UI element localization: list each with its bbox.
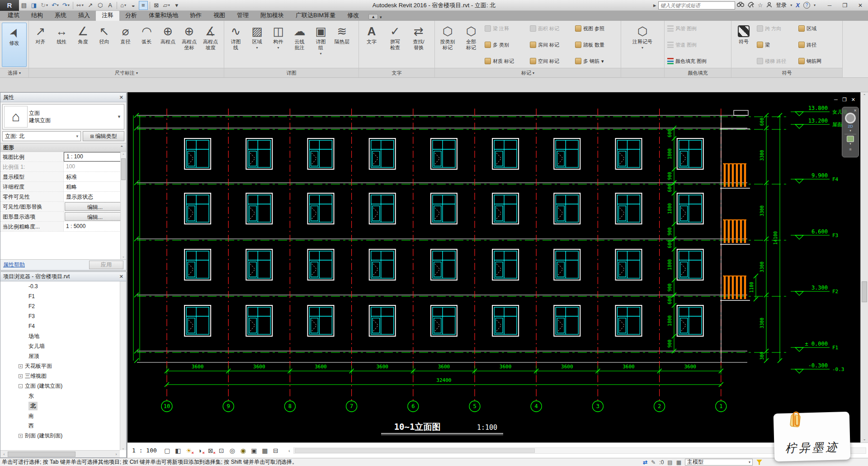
linear-dim-button[interactable]: ↔线性 — [51, 22, 72, 68]
diameter-dim-button[interactable]: ⌀直径 — [115, 22, 136, 68]
radial-dim-button[interactable]: ↖径向 — [94, 22, 115, 68]
canvas-vertical-scrollbar[interactable]: ⌃ ⌄ — [860, 92, 868, 442]
sign-in-button[interactable]: 登录 — [776, 1, 787, 9]
tag-by-category-button[interactable]: ⬡按类别标记 — [436, 22, 459, 68]
text-icon[interactable]: A — [106, 1, 115, 10]
open-icon[interactable]: ▤ — [19, 1, 28, 10]
detail-line-button[interactable]: ∿详图线 — [225, 22, 246, 68]
application-menu-button[interactable]: R — [0, 0, 19, 11]
aligned-dimension-icon[interactable]: ↗ — [86, 1, 95, 10]
active-design-option-dropdown[interactable]: 主模型▾ — [685, 459, 753, 466]
钢筋网-button[interactable]: 钢筋网 — [798, 56, 836, 67]
view-close-icon[interactable]: ✕ — [851, 97, 855, 103]
scroll-left-icon[interactable]: ‹ — [285, 448, 293, 453]
show-crop-icon[interactable]: ⊡ — [217, 446, 226, 456]
tree-item-F1[interactable]: F1 — [0, 291, 126, 301]
tab-分析[interactable]: 分析 — [119, 10, 143, 21]
crop-view-icon[interactable]: ⊠× — [206, 446, 216, 456]
search-expand-icon[interactable]: ▸ — [653, 2, 656, 9]
angular-dim-button[interactable]: ∠角度 — [72, 22, 94, 68]
insulation-button[interactable]: ≋隔热层 — [331, 22, 353, 68]
detail-component-button[interactable]: ◫构件▾ — [268, 22, 289, 68]
design-options-icon[interactable]: ▦ — [676, 459, 681, 466]
close-icon[interactable]: ✕ — [119, 274, 123, 280]
scrollbar-thumb[interactable] — [295, 448, 535, 453]
expand-icon[interactable]: + — [19, 364, 23, 368]
save-icon[interactable]: ◨ — [29, 1, 38, 10]
zoom-icon[interactable] — [847, 136, 854, 142]
tree-item-西[interactable]: 西 — [0, 421, 126, 431]
tab-广联达BIM算量[interactable]: 广联达BIM算量 — [290, 10, 341, 21]
tree-item-F4[interactable]: F4 — [0, 321, 126, 331]
properties-header[interactable]: 属性 ✕ — [0, 93, 126, 102]
property-value[interactable]: 粗略 — [64, 182, 126, 191]
find-replace-button[interactable]: ⇄查找/替换 — [407, 22, 430, 68]
binoculars-icon[interactable] — [737, 2, 744, 9]
tab-管理[interactable]: 管理 — [231, 10, 255, 21]
communication-center-icon[interactable] — [748, 2, 754, 9]
properties-scrollbar[interactable]: ⌃⌄ — [120, 152, 126, 259]
dropdown-icon[interactable]: ▾ — [790, 3, 792, 7]
navbar-close-icon[interactable]: ✕ — [854, 109, 857, 113]
视图-参照-button[interactable]: 视图 参照 — [575, 23, 617, 34]
tree-item-三维视图[interactable]: +三维视图 — [0, 371, 126, 381]
tab-体量和场地[interactable]: 体量和场地 — [143, 10, 184, 21]
close-icon[interactable]: ✕ — [853, 0, 868, 10]
房间-标记-button[interactable]: 房间 标记 — [530, 39, 571, 50]
tree-item-F2[interactable]: F2 — [0, 301, 126, 311]
aligned-dim-button[interactable]: ↗对齐 — [30, 22, 51, 68]
property-value-input[interactable]: 1 : 100 — [64, 152, 126, 162]
tree-item-剖面 (建筑剖面)[interactable]: +剖面 (建筑剖面) — [0, 431, 126, 441]
tree-item-屋顶[interactable]: 屋顶 — [0, 351, 126, 361]
spot-coordinate-button[interactable]: ⊕高程点坐标 — [179, 22, 200, 68]
tab-视图[interactable]: 视图 — [208, 10, 231, 21]
spell-check-button[interactable]: ✓拼写检查 — [383, 22, 407, 68]
help-icon[interactable]: ? — [803, 2, 810, 9]
tab-插入[interactable]: 插入 — [72, 10, 96, 21]
ribbon-collapse-button[interactable]: ▲ — [368, 14, 378, 19]
temporary-view-properties-icon[interactable]: ▣ — [249, 446, 259, 456]
drawing-area[interactable]: 1098765432160018009006001800900600180090… — [127, 92, 868, 442]
tab-附加模块[interactable]: 附加模块 — [255, 10, 290, 21]
pencil-icon[interactable]: ✎ — [651, 459, 656, 466]
view-minimize-icon[interactable]: ─ — [834, 97, 838, 103]
filter-icon[interactable] — [756, 460, 762, 465]
property-value[interactable]: 标准 — [64, 172, 126, 181]
symbol-button[interactable]: 符号 — [732, 22, 755, 68]
材质-标记-button[interactable]: 材质 标记 — [485, 56, 526, 67]
梁-button[interactable]: 梁 — [757, 39, 795, 50]
measure-icon[interactable]: ⇿▾ — [75, 1, 85, 10]
favorites-icon[interactable]: ☆ — [758, 2, 763, 9]
spot-elevation-button[interactable]: ⊕高程点 — [157, 22, 179, 68]
reveal-constraints-icon[interactable]: ⊟ — [271, 446, 281, 456]
customize-qat-icon[interactable]: ▾ — [172, 1, 181, 10]
多-类别-button[interactable]: 多 类别 — [485, 39, 526, 50]
filled-region-button[interactable]: ▨区域▾ — [246, 22, 268, 68]
navigation-bar[interactable]: ✕ 2D ▾ ▾ ≡ — [842, 107, 859, 157]
tree-item-东[interactable]: 东 — [0, 391, 126, 401]
thin-lines-icon[interactable]: ≡ — [139, 1, 148, 10]
edit-button[interactable]: 编辑... — [65, 212, 125, 221]
tab-注释[interactable]: 注释 — [96, 10, 119, 21]
property-value[interactable]: 1 : 5000 — [64, 222, 126, 231]
tree-vertical-scrollbar[interactable]: ⌄ — [120, 281, 126, 450]
shadows-icon[interactable]: ◑× — [195, 446, 205, 456]
collapse-icon[interactable]: - — [19, 384, 23, 388]
sun-path-icon[interactable]: ☀× — [184, 446, 194, 456]
颜色填充-图例-button[interactable]: 颜色填充 图例 — [667, 56, 727, 67]
tree-horizontal-scrollbar[interactable]: ‹› — [0, 450, 120, 457]
tag-icon[interactable]: ⬡ — [96, 1, 105, 10]
view-restore-icon[interactable]: ❐ — [842, 97, 847, 103]
ribbon-collapse-dropdown-icon[interactable]: ▾ — [380, 15, 382, 19]
visual-style-icon[interactable]: ◧ — [173, 446, 183, 456]
tab-建筑[interactable]: 建筑 — [2, 10, 25, 21]
text-button[interactable]: A文字 — [360, 22, 383, 68]
avatar-icon[interactable] — [766, 2, 772, 9]
close-hidden-windows-icon[interactable]: ⊠ — [152, 1, 161, 10]
project-browser-header[interactable]: 项目浏览器 - 宿舍楼项目.rvt ✕ — [0, 272, 126, 281]
chevron-down-icon[interactable]: ▼ — [114, 114, 124, 119]
properties-help-link[interactable]: 属性帮助 — [3, 261, 25, 269]
edit-button[interactable]: 编辑... — [65, 202, 125, 211]
maximize-icon[interactable]: ❐ — [837, 0, 853, 10]
tree-item-北[interactable]: 北 — [0, 401, 126, 411]
